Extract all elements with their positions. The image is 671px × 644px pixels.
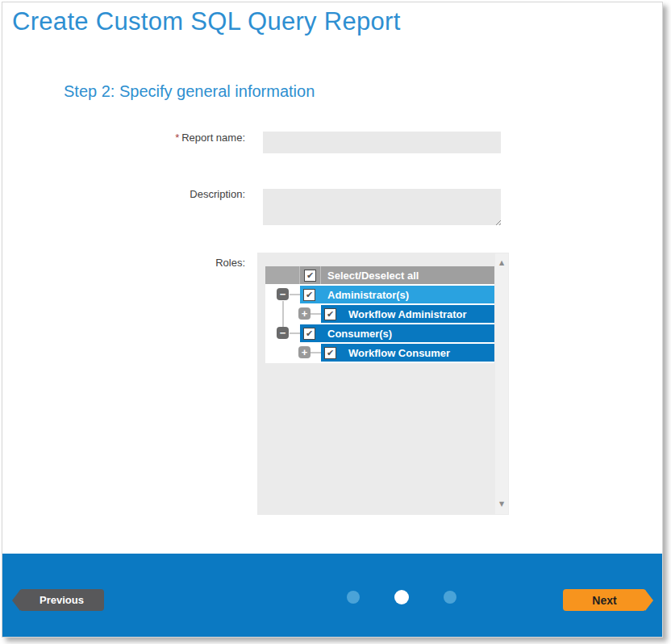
workflow-consumer-checkbox[interactable]: ✔ [324,347,336,359]
scroll-up-icon[interactable]: ▲ [495,260,508,266]
step-dot-1 [347,591,360,604]
next-button[interactable]: Next [563,589,646,611]
tree-row-highlight[interactable]: ✔ Administrator(s) [300,286,494,303]
tree-row-label: Workflow Administrator [348,308,467,320]
roles-panel: ✔ Select/Deselect all − + − + ✔ Admin [257,253,509,515]
select-all-row[interactable]: ✔ Select/Deselect all [265,266,494,284]
check-icon: ✔ [306,291,313,299]
page-title: Create Custom SQL Query Report [12,7,401,36]
check-icon: ✔ [327,349,334,358]
description-label: Description: [67,188,245,200]
select-all-label: Select/Deselect all [327,270,419,282]
check-icon: ✔ [327,310,334,319]
check-icon: ✔ [306,329,313,338]
description-label-text: Description: [190,188,245,200]
next-button-label: Next [592,594,616,607]
step-dot-2-active [394,590,409,604]
roles-label-text: Roles: [215,257,245,269]
wizard-dialog: Create Custom SQL Query Report Step 2: S… [2,2,663,638]
consumers-checkbox[interactable]: ✔ [303,328,315,340]
header-tree-cell [265,266,300,284]
header-label-cell: Select/Deselect all [321,266,494,284]
tree-row-highlight[interactable]: ✔ Consumer(s) [300,324,494,342]
step-heading: Step 2: Specify general information [64,82,315,101]
roles-tree: ✔ Select/Deselect all − + − + ✔ Admin [265,266,494,363]
wizard-footer: Previous Next [2,554,662,637]
previous-button[interactable]: Previous [19,589,104,611]
workflow-administrator-checkbox[interactable]: ✔ [324,308,336,320]
report-name-label-text: Report name: [181,132,245,144]
tree-row-label: Workflow Consumer [348,347,450,359]
tree-row-workflow-administrator[interactable]: ✔ Workflow Administrator [265,305,494,323]
check-icon: ✔ [306,271,314,280]
tree-row-label: Administrator(s) [327,289,409,301]
report-name-label: *Report name: [67,132,245,144]
required-asterisk: * [175,132,179,144]
step-indicator [347,590,456,604]
step-dot-3 [444,591,456,604]
scroll-down-icon[interactable]: ▼ [495,501,508,508]
header-checkbox-cell: ✔ [300,266,321,284]
tree-row-highlight[interactable]: ✔ Workflow Consumer [321,344,494,362]
tree-row-workflow-consumer[interactable]: ✔ Workflow Consumer [265,344,494,362]
tree-row-label: Consumer(s) [327,328,392,340]
administrators-checkbox[interactable]: ✔ [303,289,315,301]
tree-row-consumers[interactable]: ✔ Consumer(s) [265,324,494,342]
roles-scrollbar[interactable]: ▲ ▼ [495,253,508,514]
tree-row-highlight[interactable]: ✔ Workflow Administrator [321,305,494,323]
previous-button-label: Previous [40,594,84,606]
roles-label: Roles: [67,257,245,269]
description-input[interactable] [263,189,501,225]
report-name-input[interactable] [263,132,501,153]
tree-row-administrators[interactable]: ✔ Administrator(s) [265,286,494,303]
select-all-checkbox[interactable]: ✔ [304,270,316,282]
